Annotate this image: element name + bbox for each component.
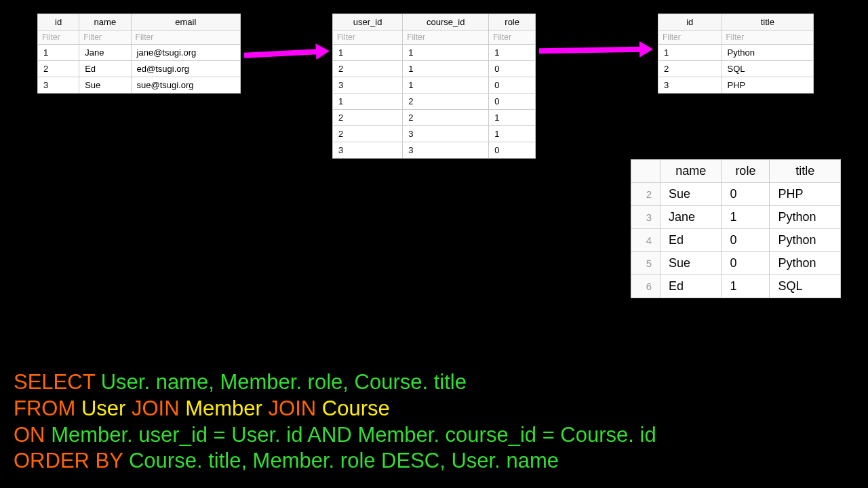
table-row: 1Python bbox=[658, 45, 814, 61]
filter-cell[interactable]: Filter bbox=[489, 30, 536, 45]
table-row: 3PHP bbox=[658, 77, 814, 94]
filter-cell[interactable]: Filter bbox=[38, 30, 79, 45]
cell: 3 bbox=[333, 77, 403, 94]
cell: 1 bbox=[489, 110, 536, 126]
cell: 1 bbox=[403, 45, 489, 61]
cell: Jane bbox=[660, 206, 722, 229]
kw-orderby: ORDER BY bbox=[14, 449, 123, 472]
cell: jane@tsugi.org bbox=[131, 45, 240, 61]
table-row: 1Janejane@tsugi.org bbox=[38, 45, 241, 61]
cell: 1 bbox=[489, 126, 536, 142]
cell: Python bbox=[770, 252, 841, 275]
cell: Sue bbox=[660, 252, 722, 275]
table-row: 4Ed0Python bbox=[631, 229, 841, 252]
cell: 0 bbox=[722, 229, 770, 252]
tbl-member: Member bbox=[185, 396, 262, 420]
cell: 2 bbox=[403, 110, 489, 126]
cell: sue@tsugi.org bbox=[131, 77, 240, 94]
cell: SQL bbox=[722, 61, 814, 77]
row-number: 5 bbox=[631, 252, 660, 275]
column-header: course_id bbox=[403, 14, 489, 30]
cell: 0 bbox=[489, 77, 536, 94]
kw-from: FROM bbox=[14, 396, 75, 420]
filter-cell[interactable]: Filter bbox=[658, 30, 722, 45]
kw-join1: JOIN bbox=[132, 396, 180, 420]
row-number: 2 bbox=[631, 183, 660, 206]
result-table: nameroletitle 2Sue0PHP3Jane1Python4Ed0Py… bbox=[631, 159, 841, 298]
cell: 0 bbox=[489, 94, 536, 110]
cell: 1 bbox=[489, 45, 536, 61]
column-header: title bbox=[770, 160, 841, 183]
table-row: 111 bbox=[333, 45, 536, 61]
filter-cell[interactable]: Filter bbox=[403, 30, 489, 45]
cell: 1 bbox=[333, 94, 403, 110]
cell: 1 bbox=[722, 206, 770, 229]
kw-on: ON bbox=[14, 423, 45, 447]
cell: 2 bbox=[403, 94, 489, 110]
row-number: 4 bbox=[631, 229, 660, 252]
column-header bbox=[631, 160, 660, 183]
column-header: name bbox=[79, 14, 131, 30]
column-header: email bbox=[131, 14, 240, 30]
kw-join2: JOIN bbox=[269, 396, 317, 420]
cell: 1 bbox=[403, 77, 489, 94]
cell: 0 bbox=[489, 61, 536, 77]
cell: 2 bbox=[658, 61, 722, 77]
tbl-course: Course bbox=[322, 396, 390, 420]
table-row: 330 bbox=[333, 142, 536, 159]
table-row: 310 bbox=[333, 77, 536, 94]
row-number: 3 bbox=[631, 206, 660, 229]
filter-cell[interactable]: Filter bbox=[722, 30, 814, 45]
cell: 2 bbox=[333, 126, 403, 142]
tbl-user: User bbox=[81, 396, 125, 420]
cell: Jane bbox=[79, 45, 131, 61]
filter-cell[interactable]: Filter bbox=[131, 30, 240, 45]
cell: 3 bbox=[658, 77, 722, 94]
cell: PHP bbox=[722, 77, 814, 94]
cell: 2 bbox=[38, 61, 79, 77]
column-header: user_id bbox=[333, 14, 403, 30]
table-row: 3Jane1Python bbox=[631, 206, 841, 229]
arrow-member-to-course bbox=[539, 47, 641, 54]
table-row: 221 bbox=[333, 110, 536, 126]
filter-cell[interactable]: Filter bbox=[79, 30, 131, 45]
cell: 1 bbox=[38, 45, 79, 61]
arrow-user-to-member bbox=[244, 49, 317, 58]
cell: 3 bbox=[38, 77, 79, 94]
on-clause: Member. user_id = User. id AND Member. c… bbox=[51, 423, 656, 447]
cell: 0 bbox=[722, 183, 770, 206]
cell: Python bbox=[722, 45, 814, 61]
course-table: idtitle FilterFilter1Python2SQL3PHP bbox=[658, 14, 814, 94]
cell: 1 bbox=[403, 61, 489, 77]
table-row: 2Eded@tsugi.org bbox=[38, 61, 241, 77]
table-row: 2SQL bbox=[658, 61, 814, 77]
column-header: role bbox=[722, 160, 770, 183]
cell: Ed bbox=[660, 229, 722, 252]
cell: ed@tsugi.org bbox=[131, 61, 240, 77]
cell: 0 bbox=[722, 252, 770, 275]
table-row: 5Sue0Python bbox=[631, 252, 841, 275]
select-fields: User. name, Member. role, Course. title bbox=[101, 370, 467, 394]
order-clause: Course. title, Member. role DESC, User. … bbox=[129, 449, 559, 472]
table-row: 120 bbox=[333, 94, 536, 110]
table-row: 6Ed1SQL bbox=[631, 275, 841, 298]
cell: 2 bbox=[333, 61, 403, 77]
cell: 3 bbox=[333, 142, 403, 159]
filter-cell[interactable]: Filter bbox=[333, 30, 403, 45]
kw-select: SELECT bbox=[14, 370, 95, 394]
cell: 0 bbox=[489, 142, 536, 159]
column-header: title bbox=[722, 14, 814, 30]
column-header: id bbox=[658, 14, 722, 30]
cell: SQL bbox=[770, 275, 841, 298]
cell: 2 bbox=[333, 110, 403, 126]
cell: 3 bbox=[403, 126, 489, 142]
table-row: 2Sue0PHP bbox=[631, 183, 841, 206]
cell: Python bbox=[770, 229, 841, 252]
cell: Python bbox=[770, 206, 841, 229]
sql-query: SELECT User. name, Member. role, Course.… bbox=[14, 369, 656, 474]
row-number: 6 bbox=[631, 275, 660, 298]
cell: 1 bbox=[722, 275, 770, 298]
cell: Sue bbox=[79, 77, 131, 94]
table-row: 3Suesue@tsugi.org bbox=[38, 77, 241, 94]
cell: 1 bbox=[658, 45, 722, 61]
